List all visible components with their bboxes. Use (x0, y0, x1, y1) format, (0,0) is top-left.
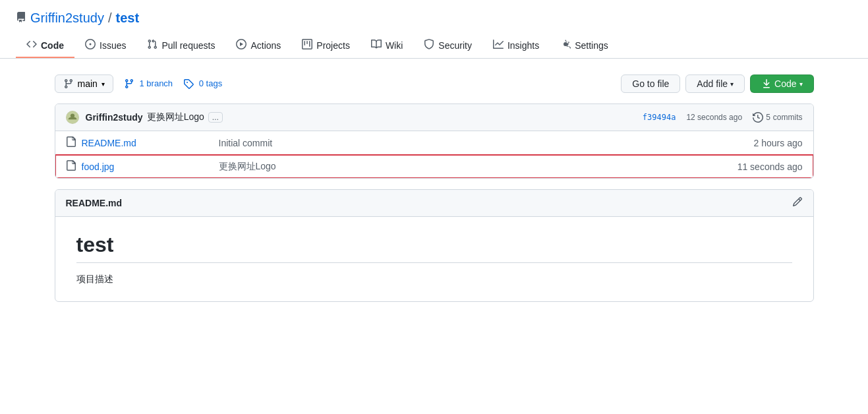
food-file-time: 11 seconds ago (738, 162, 803, 172)
file-table: Griffin2study 更换网址Logo ... f39494a 12 se… (55, 104, 814, 179)
readme-body: test 项目描述 (55, 217, 813, 301)
toolbar-left: main ▾ 1 branch 0 tags (55, 74, 223, 93)
commits-history-link[interactable]: 5 commits (753, 112, 802, 123)
toolbar-right: Go to file Add file ▾ Code ▾ (621, 74, 813, 93)
commit-message: 更换网址Logo (147, 111, 204, 123)
branches-count: 1 (139, 78, 144, 88)
commit-info: Griffin2study 更换网址Logo ... (86, 111, 636, 123)
tab-insights[interactable]: Insights (482, 34, 550, 58)
tags-label: tags (206, 78, 223, 88)
tags-link[interactable]: 0 tags (183, 78, 222, 90)
code-button-label: Code (774, 78, 796, 89)
branch-selector[interactable]: main ▾ (55, 74, 113, 93)
tag-icon (183, 78, 194, 89)
repo-separator: / (108, 11, 112, 26)
tab-security-label: Security (438, 40, 472, 51)
commit-author: Griffin2study (86, 112, 143, 123)
food-file-icon (66, 160, 76, 173)
svg-point-1 (70, 113, 74, 117)
tab-insights-label: Insights (507, 40, 539, 51)
repo-toolbar: main ▾ 1 branch 0 tags Go to file Add fi… (55, 74, 814, 93)
food-commit-message: 更换网址Logo (219, 161, 732, 173)
add-file-chevron: ▾ (730, 80, 734, 88)
tab-code-label: Code (41, 40, 64, 51)
insights-icon (493, 39, 504, 51)
tab-pull-requests-label: Pull requests (161, 40, 215, 51)
repo-owner-link[interactable]: Griffin2study (30, 11, 104, 26)
code-button[interactable]: Code ▾ (750, 74, 813, 93)
commit-hash-link[interactable]: f39494a (643, 113, 676, 122)
history-icon (753, 112, 763, 123)
file-row-food: food.jpg 更换网址Logo 11 seconds ago (55, 155, 813, 178)
code-icon (26, 39, 37, 51)
security-icon (424, 39, 434, 51)
readme-box: README.md test 项目描述 (55, 189, 814, 302)
readme-heading: test (76, 233, 792, 263)
readme-file-name[interactable]: README.md (82, 138, 214, 148)
commit-row: Griffin2study 更换网址Logo ... f39494a 12 se… (55, 104, 813, 131)
edit-readme-button[interactable] (792, 196, 803, 210)
tab-actions[interactable]: Actions (225, 34, 291, 58)
branches-label: branch (146, 78, 173, 88)
issues-icon (85, 39, 96, 51)
commit-avatar (66, 111, 79, 124)
add-file-label: Add file (697, 78, 728, 89)
readme-file-time: 2 hours ago (754, 138, 803, 148)
readme-description: 项目描述 (76, 274, 792, 285)
wiki-icon (371, 39, 382, 51)
repo-nav: Code Issues Pull requests Actions (16, 34, 852, 58)
readme-title: README.md (66, 198, 123, 208)
tags-count: 0 (199, 78, 204, 88)
commits-count: 5 (766, 113, 770, 122)
tab-settings[interactable]: Settings (550, 34, 619, 58)
tab-code[interactable]: Code (16, 34, 74, 58)
branches-icon (124, 78, 134, 89)
commit-right: f39494a 12 seconds ago 5 commits (643, 112, 803, 123)
page-header: Griffin2study / test Code Issues P (0, 0, 868, 59)
main-content: main ▾ 1 branch 0 tags Go to file Add fi… (39, 59, 830, 318)
tab-actions-label: Actions (250, 40, 281, 51)
tab-security[interactable]: Security (413, 34, 482, 58)
readme-file-icon (66, 136, 76, 149)
tab-projects[interactable]: Projects (291, 34, 361, 58)
branch-chevron: ▾ (101, 80, 105, 88)
pull-requests-icon (147, 39, 158, 51)
readme-header: README.md (55, 190, 813, 217)
file-row-readme: README.md Initial commit 2 hours ago (55, 131, 813, 155)
repo-title: Griffin2study / test (16, 11, 852, 26)
tab-issues[interactable]: Issues (74, 34, 136, 58)
branches-link[interactable]: 1 branch (124, 78, 173, 90)
repo-name-link[interactable]: test (115, 11, 139, 26)
commits-label: commits (773, 113, 803, 122)
projects-icon (302, 39, 312, 51)
add-file-button[interactable]: Add file ▾ (685, 74, 745, 93)
readme-commit-message: Initial commit (219, 138, 749, 148)
code-download-icon (761, 78, 772, 89)
go-to-file-label: Go to file (632, 78, 669, 89)
nav-tabs: Code Issues Pull requests Actions (16, 34, 852, 58)
settings-icon (560, 39, 571, 51)
branch-icon (63, 78, 74, 89)
code-chevron: ▾ (799, 80, 803, 88)
actions-icon (236, 39, 246, 51)
branch-name: main (78, 78, 98, 89)
tab-projects-label: Projects (316, 40, 350, 51)
branch-meta: 1 branch 0 tags (124, 78, 222, 90)
repo-icon (16, 11, 26, 26)
tab-wiki[interactable]: Wiki (361, 34, 413, 58)
commit-time: 12 seconds ago (686, 113, 742, 122)
go-to-file-button[interactable]: Go to file (621, 74, 680, 93)
tab-wiki-label: Wiki (386, 40, 403, 51)
tab-settings-label: Settings (575, 40, 608, 51)
commit-dots-button[interactable]: ... (208, 112, 223, 123)
tab-issues-label: Issues (100, 40, 126, 51)
tab-pull-requests[interactable]: Pull requests (136, 34, 225, 58)
food-file-name[interactable]: food.jpg (82, 162, 214, 172)
